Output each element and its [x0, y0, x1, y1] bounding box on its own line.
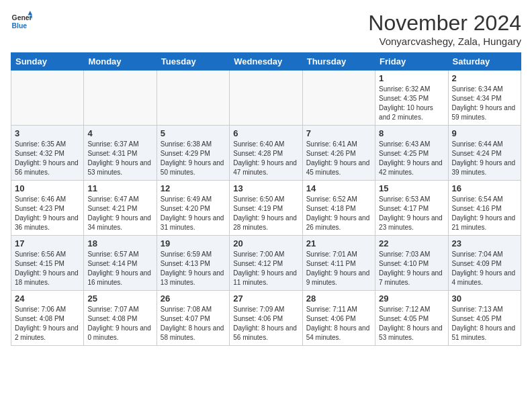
calendar-cell: 24Sunrise: 7:06 AMSunset: 4:08 PMDayligh…	[11, 291, 84, 346]
calendar-week-2: 3Sunrise: 6:35 AMSunset: 4:32 PMDaylight…	[11, 126, 521, 181]
calendar-cell: 21Sunrise: 7:01 AMSunset: 4:11 PMDayligh…	[302, 236, 375, 291]
calendar-cell: 2Sunrise: 6:34 AMSunset: 4:34 PMDaylight…	[448, 71, 521, 126]
calendar-cell: 23Sunrise: 7:04 AMSunset: 4:09 PMDayligh…	[448, 236, 521, 291]
day-number: 16	[452, 183, 517, 193]
calendar-cell: 22Sunrise: 7:03 AMSunset: 4:10 PMDayligh…	[375, 236, 448, 291]
calendar-cell: 4Sunrise: 6:37 AMSunset: 4:31 PMDaylight…	[84, 126, 157, 181]
day-info: Sunrise: 7:07 AMSunset: 4:08 PMDaylight:…	[87, 305, 152, 342]
day-info: Sunrise: 6:46 AMSunset: 4:23 PMDaylight:…	[15, 195, 80, 232]
page: General Blue November 2024 Vonyarcvasheg…	[0, 0, 532, 411]
day-number: 9	[452, 128, 517, 138]
calendar-cell: 7Sunrise: 6:41 AMSunset: 4:26 PMDaylight…	[302, 126, 375, 181]
header-saturday: Saturday	[448, 53, 521, 71]
calendar-cell: 5Sunrise: 6:38 AMSunset: 4:29 PMDaylight…	[157, 126, 229, 181]
calendar-cell	[230, 71, 302, 126]
calendar-week-1: 1Sunrise: 6:32 AMSunset: 4:35 PMDaylight…	[11, 71, 521, 126]
calendar-cell: 25Sunrise: 7:07 AMSunset: 4:08 PMDayligh…	[84, 291, 157, 346]
day-number: 4	[87, 128, 152, 138]
day-info: Sunrise: 6:40 AMSunset: 4:28 PMDaylight:…	[233, 140, 298, 177]
calendar-cell	[157, 71, 229, 126]
calendar-cell: 10Sunrise: 6:46 AMSunset: 4:23 PMDayligh…	[11, 181, 84, 236]
day-number: 10	[15, 183, 80, 193]
calendar-cell	[84, 71, 157, 126]
day-number: 26	[161, 293, 226, 304]
day-info: Sunrise: 6:35 AMSunset: 4:32 PMDaylight:…	[15, 140, 80, 177]
calendar-cell: 13Sunrise: 6:50 AMSunset: 4:19 PMDayligh…	[230, 181, 302, 236]
day-number: 28	[306, 293, 371, 304]
header-sunday: Sunday	[11, 53, 84, 71]
day-info: Sunrise: 6:57 AMSunset: 4:14 PMDaylight:…	[87, 250, 152, 287]
subtitle: Vonyarcvashegy, Zala, Hungary	[368, 36, 521, 47]
day-number: 22	[379, 238, 444, 248]
day-number: 29	[379, 293, 444, 304]
day-info: Sunrise: 7:01 AMSunset: 4:11 PMDaylight:…	[306, 250, 371, 287]
day-info: Sunrise: 7:09 AMSunset: 4:06 PMDaylight:…	[233, 305, 298, 342]
day-number: 2	[452, 73, 517, 83]
day-number: 3	[15, 128, 80, 138]
day-number: 20	[233, 238, 298, 248]
day-info: Sunrise: 7:12 AMSunset: 4:05 PMDaylight:…	[379, 305, 444, 342]
day-info: Sunrise: 6:56 AMSunset: 4:15 PMDaylight:…	[15, 250, 80, 287]
header-wednesday: Wednesday	[230, 53, 302, 71]
header: General Blue November 2024 Vonyarcvasheg…	[11, 11, 521, 47]
header-thursday: Thursday	[302, 53, 375, 71]
day-info: Sunrise: 6:41 AMSunset: 4:26 PMDaylight:…	[306, 140, 371, 177]
svg-marker-2	[28, 11, 32, 15]
day-info: Sunrise: 6:38 AMSunset: 4:29 PMDaylight:…	[161, 140, 226, 177]
calendar-cell	[302, 71, 375, 126]
calendar-cell: 8Sunrise: 6:43 AMSunset: 4:25 PMDaylight…	[375, 126, 448, 181]
day-number: 6	[233, 128, 298, 138]
calendar-cell: 6Sunrise: 6:40 AMSunset: 4:28 PMDaylight…	[230, 126, 302, 181]
day-info: Sunrise: 7:06 AMSunset: 4:08 PMDaylight:…	[15, 305, 80, 342]
header-friday: Friday	[375, 53, 448, 71]
day-number: 5	[161, 128, 226, 138]
calendar-week-5: 24Sunrise: 7:06 AMSunset: 4:08 PMDayligh…	[11, 291, 521, 346]
day-number: 17	[15, 238, 80, 248]
day-info: Sunrise: 6:47 AMSunset: 4:21 PMDaylight:…	[87, 195, 152, 232]
day-info: Sunrise: 6:59 AMSunset: 4:13 PMDaylight:…	[161, 250, 226, 287]
day-number: 11	[87, 183, 152, 193]
day-number: 21	[306, 238, 371, 248]
calendar-cell: 15Sunrise: 6:53 AMSunset: 4:17 PMDayligh…	[375, 181, 448, 236]
day-number: 8	[379, 128, 444, 138]
day-number: 27	[233, 293, 298, 304]
day-info: Sunrise: 6:32 AMSunset: 4:35 PMDaylight:…	[379, 85, 444, 122]
day-number: 25	[87, 293, 152, 304]
day-info: Sunrise: 7:04 AMSunset: 4:09 PMDaylight:…	[452, 250, 517, 287]
calendar: Sunday Monday Tuesday Wednesday Thursday…	[11, 52, 521, 346]
day-info: Sunrise: 6:49 AMSunset: 4:20 PMDaylight:…	[161, 195, 226, 232]
day-info: Sunrise: 7:00 AMSunset: 4:12 PMDaylight:…	[233, 250, 298, 287]
svg-text:Blue: Blue	[12, 22, 28, 30]
calendar-cell: 26Sunrise: 7:08 AMSunset: 4:07 PMDayligh…	[157, 291, 229, 346]
day-info: Sunrise: 6:44 AMSunset: 4:24 PMDaylight:…	[452, 140, 517, 177]
day-number: 1	[379, 73, 444, 83]
calendar-cell: 1Sunrise: 6:32 AMSunset: 4:35 PMDaylight…	[375, 71, 448, 126]
day-number: 18	[87, 238, 152, 248]
day-info: Sunrise: 6:43 AMSunset: 4:25 PMDaylight:…	[379, 140, 444, 177]
title-area: November 2024 Vonyarcvashegy, Zala, Hung…	[368, 11, 521, 47]
logo-icon: General Blue	[11, 11, 32, 32]
calendar-cell: 16Sunrise: 6:54 AMSunset: 4:16 PMDayligh…	[448, 181, 521, 236]
calendar-cell: 12Sunrise: 6:49 AMSunset: 4:20 PMDayligh…	[157, 181, 229, 236]
day-info: Sunrise: 7:13 AMSunset: 4:05 PMDaylight:…	[452, 305, 517, 342]
calendar-cell: 3Sunrise: 6:35 AMSunset: 4:32 PMDaylight…	[11, 126, 84, 181]
calendar-cell: 19Sunrise: 6:59 AMSunset: 4:13 PMDayligh…	[157, 236, 229, 291]
calendar-cell: 20Sunrise: 7:00 AMSunset: 4:12 PMDayligh…	[230, 236, 302, 291]
day-number: 13	[233, 183, 298, 193]
day-info: Sunrise: 6:53 AMSunset: 4:17 PMDaylight:…	[379, 195, 444, 232]
calendar-cell: 17Sunrise: 6:56 AMSunset: 4:15 PMDayligh…	[11, 236, 84, 291]
day-info: Sunrise: 6:52 AMSunset: 4:18 PMDaylight:…	[306, 195, 371, 232]
day-number: 12	[161, 183, 226, 193]
calendar-cell: 9Sunrise: 6:44 AMSunset: 4:24 PMDaylight…	[448, 126, 521, 181]
day-info: Sunrise: 7:11 AMSunset: 4:06 PMDaylight:…	[306, 305, 371, 342]
day-number: 15	[379, 183, 444, 193]
day-number: 19	[161, 238, 226, 248]
day-info: Sunrise: 7:03 AMSunset: 4:10 PMDaylight:…	[379, 250, 444, 287]
day-number: 24	[15, 293, 80, 304]
day-number: 23	[452, 238, 517, 248]
calendar-cell: 30Sunrise: 7:13 AMSunset: 4:05 PMDayligh…	[448, 291, 521, 346]
day-number: 7	[306, 128, 371, 138]
calendar-cell: 28Sunrise: 7:11 AMSunset: 4:06 PMDayligh…	[302, 291, 375, 346]
calendar-week-3: 10Sunrise: 6:46 AMSunset: 4:23 PMDayligh…	[11, 181, 521, 236]
calendar-cell: 18Sunrise: 6:57 AMSunset: 4:14 PMDayligh…	[84, 236, 157, 291]
